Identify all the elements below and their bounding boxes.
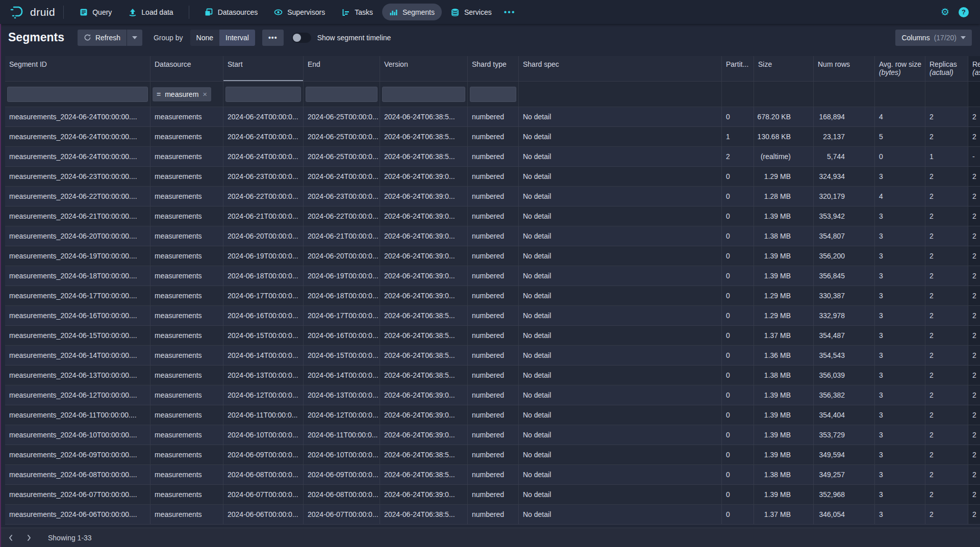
cell-size: 1.39 MB <box>754 206 814 226</box>
previous-page-button[interactable] <box>3 530 18 545</box>
nav-more-button[interactable]: ••• <box>499 4 521 21</box>
column-header-rf[interactable]: Replication factor(aspirational) <box>968 56 980 81</box>
cell-version: 2024-06-24T06:39:0... <box>380 226 468 246</box>
cell-ds: measurements <box>150 226 223 246</box>
cell-ds: measurements <box>150 505 223 524</box>
cell-end: 2024-06-18T00:00:0... <box>304 286 380 305</box>
column-header-start[interactable]: Start <box>223 56 304 81</box>
table-row[interactable]: measurements_2024-06-12T00:00:00....meas… <box>5 385 980 405</box>
column-label: Version <box>384 60 408 68</box>
table-row[interactable]: measurements_2024-06-23T00:00:00....meas… <box>5 167 980 187</box>
top-nav-right: ⚙ ? <box>941 7 973 17</box>
toggle-knob <box>293 34 301 42</box>
datasource-filter-chip[interactable]: =measurem× <box>153 87 211 101</box>
cell-shard_type: numbered <box>468 226 519 246</box>
cell-shard_spec: No detail <box>519 127 722 146</box>
table-row[interactable]: measurements_2024-06-19T00:00:00....meas… <box>5 246 980 266</box>
nav-group-primary: QueryLoad data <box>72 4 180 20</box>
column-header-end[interactable]: End <box>304 56 380 81</box>
table-row[interactable]: measurements_2024-06-07T00:00:00....meas… <box>5 485 980 505</box>
table-row[interactable]: measurements_2024-06-06T00:00:00....meas… <box>5 505 980 525</box>
cell-version: 2024-06-24T06:38:5... <box>380 465 468 484</box>
refresh-interval-dropdown[interactable] <box>127 30 142 46</box>
next-page-button[interactable] <box>21 530 37 545</box>
cell-version: 2024-06-24T06:38:5... <box>380 445 468 464</box>
nav-divider <box>63 6 64 19</box>
table-row[interactable]: measurements_2024-06-24T00:00:00....meas… <box>5 107 980 127</box>
cell-replicas: 2 <box>925 346 968 365</box>
table-row[interactable]: measurements_2024-06-18T00:00:00....meas… <box>5 266 980 286</box>
column-header-ds[interactable]: Datasource <box>150 56 223 81</box>
column-label: Segment ID <box>9 60 47 68</box>
table-row[interactable]: measurements_2024-06-21T00:00:00....meas… <box>5 206 980 226</box>
cell-ds: measurements <box>150 465 223 484</box>
table-row[interactable]: measurements_2024-06-09T00:00:00....meas… <box>5 445 980 465</box>
cell-avg: 5 <box>875 127 925 146</box>
toolbar-more-button[interactable]: ••• <box>262 30 284 46</box>
help-icon[interactable]: ? <box>959 7 969 17</box>
column-header-shard_type[interactable]: Shard type <box>468 56 519 81</box>
nav-tab-load-data[interactable]: Load data <box>121 4 180 20</box>
nav-tab-segments[interactable]: Segments <box>382 4 442 20</box>
cell-start: 2024-06-14T00:00:0... <box>223 346 304 365</box>
druid-logo[interactable]: druid <box>10 6 55 19</box>
table-row[interactable]: measurements_2024-06-10T00:00:00....meas… <box>5 425 980 445</box>
table-row[interactable]: measurements_2024-06-24T00:00:00....meas… <box>5 147 980 167</box>
nav-tab-datasources[interactable]: Datasources <box>197 4 265 20</box>
segment-timeline-toggle[interactable] <box>292 33 311 43</box>
cell-shard_spec: No detail <box>519 425 722 445</box>
remove-filter-icon[interactable]: × <box>203 90 207 98</box>
filter-input-end[interactable] <box>306 87 378 102</box>
cell-version: 2024-06-24T06:39:0... <box>380 266 468 285</box>
settings-gear-icon[interactable]: ⚙ <box>941 7 949 17</box>
nav-tab-label: Supervisors <box>287 8 325 16</box>
table-row[interactable]: measurements_2024-06-17T00:00:00....meas… <box>5 286 980 306</box>
chevron-down-icon <box>132 36 137 39</box>
column-header-shard_spec[interactable]: Shard spec <box>519 56 722 81</box>
column-header-size[interactable]: Size <box>754 56 814 81</box>
cell-end: 2024-06-13T00:00:0... <box>304 385 380 405</box>
columns-picker-button[interactable]: Columns (17/20) <box>895 30 972 46</box>
filter-input-id[interactable] <box>7 87 148 102</box>
cell-size: 1.37 MB <box>754 326 814 345</box>
column-header-avg[interactable]: Avg. row size(bytes) <box>875 56 925 81</box>
filter-input-start[interactable] <box>225 87 301 102</box>
group-by-none-button[interactable]: None <box>190 30 219 46</box>
refresh-button[interactable]: Refresh <box>78 30 127 46</box>
column-label: Shard type <box>472 60 507 68</box>
column-label: Datasource <box>155 60 191 68</box>
table-body: measurements_2024-06-24T00:00:00....meas… <box>5 107 980 525</box>
cell-replicas: 2 <box>925 306 968 325</box>
nav-tab-supervisors[interactable]: Supervisors <box>267 4 332 20</box>
cell-end: 2024-06-20T00:00:0... <box>304 246 380 266</box>
table-row[interactable]: measurements_2024-06-14T00:00:00....meas… <box>5 346 980 366</box>
chevron-right-icon <box>26 534 32 541</box>
table-row[interactable]: measurements_2024-06-24T00:00:00....meas… <box>5 127 980 147</box>
nav-tab-tasks[interactable]: Tasks <box>334 4 380 20</box>
column-header-id[interactable]: Segment ID <box>5 56 150 81</box>
cell-num_rows: 356,382 <box>814 385 875 405</box>
column-header-partition[interactable]: Partit... <box>722 56 754 81</box>
cell-ds: measurements <box>150 167 223 186</box>
cell-start: 2024-06-24T00:00:0... <box>223 127 304 146</box>
table-row[interactable]: measurements_2024-06-16T00:00:00....meas… <box>5 306 980 326</box>
table-row[interactable]: measurements_2024-06-08T00:00:00....meas… <box>5 465 980 485</box>
cell-version: 2024-06-24T06:39:0... <box>380 385 468 405</box>
cell-start: 2024-06-13T00:00:0... <box>223 366 304 385</box>
column-header-replicas[interactable]: Replicas(actual) <box>925 56 968 81</box>
table-row[interactable]: measurements_2024-06-11T00:00:00....meas… <box>5 405 980 425</box>
column-header-version[interactable]: Version <box>380 56 468 81</box>
table-row[interactable]: measurements_2024-06-22T00:00:00....meas… <box>5 187 980 206</box>
filter-input-shard_type[interactable] <box>470 87 516 102</box>
group-by-interval-button[interactable]: Interval <box>219 30 255 46</box>
filter-input-version[interactable] <box>382 87 465 102</box>
group-by-label: Group by <box>154 34 183 42</box>
nav-tab-query[interactable]: Query <box>72 4 119 20</box>
group-by-options: NoneInterval <box>190 30 255 46</box>
table-row[interactable]: measurements_2024-06-20T00:00:00....meas… <box>5 226 980 246</box>
table-row[interactable]: measurements_2024-06-13T00:00:00....meas… <box>5 366 980 385</box>
column-header-num_rows[interactable]: Num rows <box>814 56 875 81</box>
cell-shard_spec: No detail <box>519 366 722 385</box>
table-row[interactable]: measurements_2024-06-15T00:00:00....meas… <box>5 326 980 346</box>
nav-tab-services[interactable]: Services <box>444 4 499 20</box>
